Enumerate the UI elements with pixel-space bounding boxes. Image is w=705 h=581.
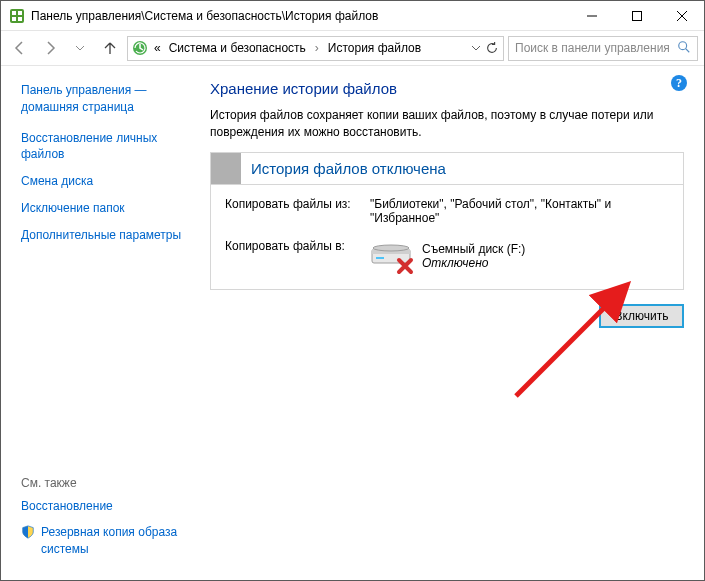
breadcrumb-prefix: « bbox=[152, 41, 163, 55]
copy-to-label: Копировать файлы в: bbox=[225, 239, 370, 253]
svg-rect-17 bbox=[376, 257, 384, 259]
sidebar-link-image-backup[interactable]: Резервная копия образа системы bbox=[41, 524, 188, 558]
sidebar-link-restore[interactable]: Восстановление личных файлов bbox=[21, 131, 157, 162]
status-box: История файлов отключена Копировать файл… bbox=[210, 152, 684, 290]
address-path[interactable]: « Система и безопасность › История файло… bbox=[127, 36, 504, 61]
help-icon[interactable]: ? bbox=[670, 74, 688, 95]
drive-icon bbox=[370, 239, 412, 273]
svg-rect-2 bbox=[18, 11, 22, 15]
status-color-bar bbox=[211, 153, 241, 184]
window-controls bbox=[569, 1, 704, 30]
refresh-icon[interactable] bbox=[485, 41, 499, 55]
svg-point-10 bbox=[679, 41, 687, 49]
svg-rect-6 bbox=[632, 12, 641, 21]
breadcrumb-2[interactable]: История файлов bbox=[326, 41, 423, 55]
svg-text:?: ? bbox=[676, 76, 682, 90]
back-button[interactable] bbox=[7, 35, 33, 61]
see-also-label: См. также bbox=[21, 476, 188, 490]
sidebar-link-advanced[interactable]: Дополнительные параметры bbox=[21, 228, 181, 242]
search-icon[interactable] bbox=[677, 40, 691, 57]
sidebar-link-recovery[interactable]: Восстановление bbox=[21, 499, 113, 513]
page-description: История файлов сохраняет копии ваших фай… bbox=[210, 107, 684, 142]
svg-rect-4 bbox=[18, 17, 22, 21]
copy-from-value: "Библиотеки", "Рабочий стол", "Контакты"… bbox=[370, 197, 669, 225]
content-area: Панель управления — домашняя страница Во… bbox=[1, 66, 704, 580]
sidebar-link-drive[interactable]: Смена диска bbox=[21, 174, 93, 188]
search-input[interactable] bbox=[515, 41, 677, 55]
chevron-right-icon[interactable]: › bbox=[312, 41, 322, 55]
page-title: Хранение истории файлов bbox=[210, 80, 684, 97]
status-header: История файлов отключена bbox=[211, 153, 683, 185]
svg-line-11 bbox=[686, 48, 690, 52]
address-bar: « Система и безопасность › История файло… bbox=[1, 31, 704, 66]
minimize-button[interactable] bbox=[569, 1, 614, 31]
main-panel: ? Хранение истории файлов История файлов… bbox=[196, 66, 704, 580]
drive-status: Отключено bbox=[422, 256, 525, 270]
window-title: Панель управления\Система и безопасность… bbox=[31, 9, 569, 23]
shield-icon bbox=[21, 525, 35, 539]
control-panel-icon bbox=[9, 8, 25, 24]
drive-name: Съемный диск (F:) bbox=[422, 242, 525, 256]
file-history-icon bbox=[132, 40, 148, 56]
up-button[interactable] bbox=[97, 35, 123, 61]
status-title: История файлов отключена bbox=[241, 153, 456, 184]
enable-button[interactable]: Включить bbox=[599, 304, 684, 328]
control-panel-home-link[interactable]: Панель управления — домашняя страница bbox=[21, 83, 147, 114]
window-titlebar: Панель управления\Система и безопасность… bbox=[1, 1, 704, 31]
sidebar: Панель управления — домашняя страница Во… bbox=[1, 66, 196, 580]
recent-dropdown-icon[interactable] bbox=[67, 35, 93, 61]
forward-button[interactable] bbox=[37, 35, 63, 61]
close-button[interactable] bbox=[659, 1, 704, 31]
maximize-button[interactable] bbox=[614, 1, 659, 31]
breadcrumb-1[interactable]: Система и безопасность bbox=[167, 41, 308, 55]
search-box[interactable] bbox=[508, 36, 698, 61]
address-dropdown[interactable] bbox=[471, 41, 499, 55]
svg-point-16 bbox=[373, 245, 409, 251]
svg-rect-1 bbox=[12, 11, 16, 15]
svg-rect-3 bbox=[12, 17, 16, 21]
copy-from-label: Копировать файлы из: bbox=[225, 197, 370, 211]
sidebar-link-exclude[interactable]: Исключение папок bbox=[21, 201, 125, 215]
